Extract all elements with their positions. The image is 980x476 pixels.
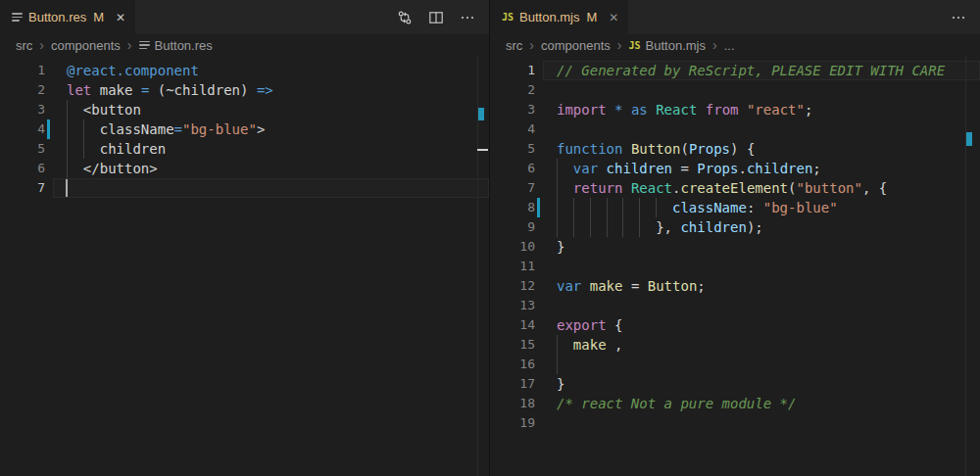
code-text: }, children); <box>543 217 763 237</box>
line-number[interactable]: 16 <box>490 355 535 374</box>
line-number[interactable]: 19 <box>490 413 535 433</box>
line-number[interactable]: 17 <box>490 374 535 394</box>
line-number[interactable]: 18 <box>490 394 535 413</box>
editor-group-right: JS Button.mjs M ✕ src›components›JSButto… <box>490 0 980 476</box>
breadcrumb-item[interactable]: src <box>506 38 522 53</box>
breadcrumb-item[interactable]: src <box>16 38 32 53</box>
gutter <box>45 139 53 159</box>
gutter <box>535 335 543 355</box>
code-line[interactable]: 7 <box>0 178 489 198</box>
line-number[interactable]: 3 <box>0 100 45 119</box>
breadcrumb-label: Button.res <box>155 38 213 53</box>
code-line[interactable]: 15 make , <box>490 335 980 355</box>
editor-group-left: Button.res M ✕ <box>0 0 490 476</box>
line-number[interactable]: 4 <box>0 119 45 139</box>
code-line[interactable]: 4 className="bg-blue"> <box>0 119 489 139</box>
code-line[interactable]: 1// Generated by ReScript, PLEASE EDIT W… <box>490 61 980 80</box>
code-text: return React.createElement("button", { <box>543 178 887 198</box>
tab-bar-right: JS Button.mjs M ✕ <box>490 0 980 34</box>
overview-modified-marker <box>478 108 484 120</box>
line-number[interactable]: 6 <box>490 159 535 178</box>
code-line[interactable]: 5function Button(Props) { <box>490 139 980 159</box>
breadcrumb-item[interactable]: components <box>541 38 611 53</box>
editor-workbench: Button.res M ✕ <box>0 0 980 476</box>
code-text: export { <box>543 315 622 335</box>
line-number[interactable]: 4 <box>490 119 535 139</box>
code-line[interactable]: 1@react.component <box>0 61 489 80</box>
line-number[interactable]: 14 <box>490 315 535 335</box>
line-number[interactable]: 15 <box>490 335 535 355</box>
more-actions-icon[interactable] <box>951 10 966 25</box>
line-number[interactable]: 7 <box>0 178 45 198</box>
javascript-icon: JS <box>502 12 514 23</box>
line-number[interactable]: 6 <box>0 159 45 178</box>
code-text: children <box>53 139 166 159</box>
code-line[interactable]: 13 <box>490 296 980 315</box>
breadcrumb-item[interactable]: JSButton.mjs <box>629 38 706 53</box>
open-changes-icon[interactable] <box>397 10 413 25</box>
line-number[interactable]: 5 <box>490 139 535 159</box>
line-number[interactable]: 12 <box>490 276 535 296</box>
code-line[interactable]: 7 return React.createElement("button", { <box>490 178 980 198</box>
line-number[interactable]: 1 <box>0 61 45 80</box>
code-editor-right[interactable]: 1// Generated by ReScript, PLEASE EDIT W… <box>490 56 980 476</box>
tab-button-mjs[interactable]: JS Button.mjs M ✕ <box>490 0 628 34</box>
line-number[interactable]: 3 <box>490 100 535 119</box>
indent-guide <box>557 159 558 178</box>
line-number[interactable]: 2 <box>490 80 535 100</box>
code-line[interactable]: 6 var children = Props.children; <box>490 159 980 178</box>
code-line[interactable]: 8 className: "bg-blue" <box>490 198 980 217</box>
line-number[interactable]: 2 <box>0 80 45 100</box>
code-line[interactable]: 3import * as React from "react"; <box>490 100 980 119</box>
code-text <box>543 296 557 315</box>
indent-guide <box>607 217 608 237</box>
breadcrumb-item[interactable]: ... <box>724 38 735 53</box>
breadcrumb-label: src <box>16 38 32 53</box>
gutter <box>535 394 543 413</box>
code-line[interactable]: 3 <button <box>0 100 489 119</box>
code-line[interactable]: 16 <box>490 355 980 374</box>
code-line[interactable]: 6 </button> <box>0 159 489 178</box>
code-editor-left[interactable]: 1@react.component2let make = (~children)… <box>0 56 489 476</box>
line-number[interactable]: 10 <box>490 237 535 257</box>
line-number[interactable]: 5 <box>0 139 45 159</box>
split-editor-icon[interactable] <box>428 10 444 25</box>
indent-guide <box>557 335 558 355</box>
code-line[interactable]: 18/* react Not a pure module */ <box>490 394 980 413</box>
breadcrumb-item[interactable]: components <box>51 38 121 53</box>
line-number[interactable]: 7 <box>490 178 535 198</box>
indent-guide <box>67 159 68 178</box>
breadcrumb-label: ... <box>724 38 735 53</box>
indent-guide <box>83 139 84 159</box>
breadcrumb-item[interactable]: Button.res <box>139 38 213 53</box>
code-text: } <box>543 237 564 257</box>
code-line[interactable]: 11 <box>490 257 980 276</box>
indent-guide <box>622 217 623 237</box>
line-number[interactable]: 13 <box>490 296 535 315</box>
close-icon[interactable]: ✕ <box>116 11 125 24</box>
more-actions-icon[interactable] <box>460 10 475 25</box>
indent-guide <box>67 119 68 139</box>
text-cursor <box>66 179 68 197</box>
tab-button-res[interactable]: Button.res M ✕ <box>0 0 135 34</box>
code-text: className="bg-blue"> <box>53 119 265 139</box>
code-line[interactable]: 9 }, children); <box>490 217 980 237</box>
line-number[interactable]: 11 <box>490 257 535 276</box>
code-line[interactable]: 4 <box>490 119 980 139</box>
breadcrumb: src›components›JSButton.mjs›... <box>490 34 980 56</box>
code-line[interactable]: 14export { <box>490 315 980 335</box>
code-line[interactable]: 10} <box>490 237 980 257</box>
code-line[interactable]: 2let make = (~children) => <box>0 80 489 100</box>
line-number[interactable]: 1 <box>490 61 535 80</box>
code-line[interactable]: 2 <box>490 80 980 100</box>
javascript-icon: JS <box>629 40 641 51</box>
line-number[interactable]: 8 <box>490 198 535 217</box>
close-icon[interactable]: ✕ <box>609 11 618 24</box>
line-number[interactable]: 9 <box>490 217 535 237</box>
code-line[interactable]: 19 <box>490 413 980 433</box>
gutter <box>535 355 543 374</box>
code-line[interactable]: 5 children <box>0 139 489 159</box>
code-line[interactable]: 12var make = Button; <box>490 276 980 296</box>
code-line[interactable]: 17} <box>490 374 980 394</box>
gutter <box>535 296 543 315</box>
